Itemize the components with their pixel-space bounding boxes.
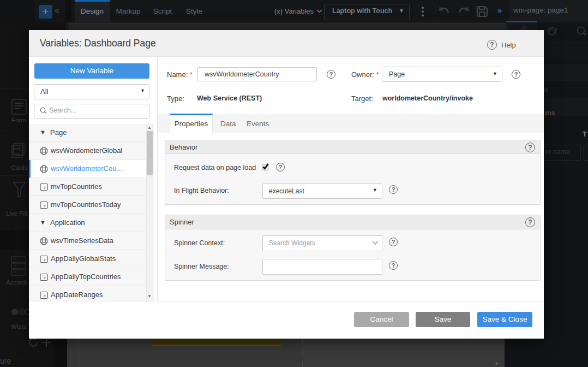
svg-text:x: x (43, 275, 46, 280)
svg-text:x: x (43, 203, 46, 208)
svg-text:x: x (43, 257, 46, 262)
svg-text:x: x (43, 293, 46, 298)
svg-text:x: x (43, 185, 46, 190)
